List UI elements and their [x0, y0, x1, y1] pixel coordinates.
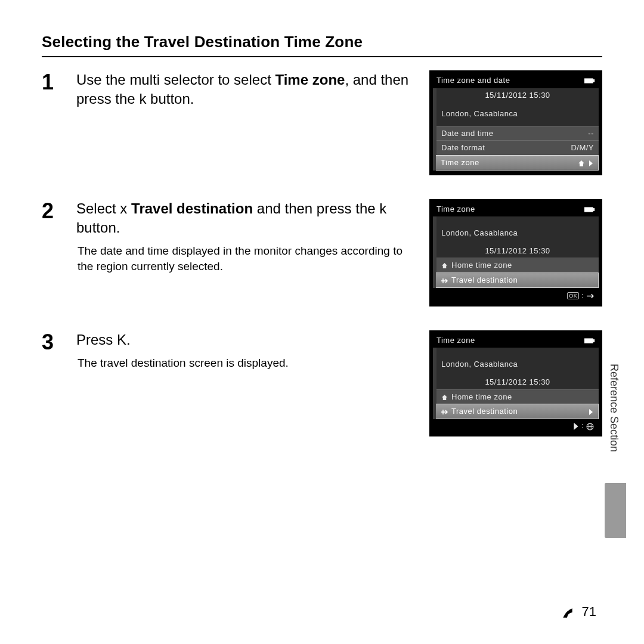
step-1: 1 Use the multi selector to select Time …	[42, 70, 602, 175]
step-3: 3 Press K. The travel destination screen…	[42, 330, 602, 437]
globe-icon	[586, 422, 594, 431]
camera-screen-3: Time zone London, Casablanca 15/11/2012 …	[429, 330, 602, 437]
section-label: Reference Section	[608, 364, 620, 452]
menu-row-travel: Travel destination	[436, 404, 599, 419]
step-number: 3	[42, 330, 66, 353]
chevron-right-icon	[589, 407, 593, 416]
city-row: London, Casablanca	[436, 222, 599, 244]
step-subtext: The travel destination screen is display…	[76, 355, 413, 371]
camera-screen-2: Time zone London, Casablanca 15/11/2012 …	[429, 199, 602, 306]
menu-row-home: Home time zone	[436, 389, 599, 404]
step-text: Select x Travel destination and then pre…	[76, 199, 413, 238]
svg-rect-2	[584, 207, 593, 212]
home-icon	[578, 158, 585, 168]
home-icon	[441, 261, 448, 270]
menu-row-time-zone: Time zone	[436, 155, 599, 171]
svg-rect-4	[584, 338, 593, 343]
ok-icon: OK	[567, 292, 579, 300]
datetime-row: 15/11/2012 15:30	[436, 88, 599, 103]
menu-row-travel: Travel destination	[436, 273, 599, 288]
svg-rect-3	[593, 208, 595, 211]
battery-icon	[584, 336, 595, 345]
step-number: 2	[42, 199, 66, 222]
chevron-right-icon	[573, 422, 579, 431]
chevron-right-icon	[589, 158, 593, 168]
city-row: London, Casablanca	[436, 354, 599, 375]
reference-glyph-icon	[561, 605, 574, 620]
screen-footer: :	[433, 419, 599, 432]
camera-screen-1: Time zone and date 15/11/2012 15:30 Lond…	[429, 70, 602, 175]
city-row: London, Casablanca	[436, 102, 599, 126]
menu-row-date-time: Date and time--	[436, 126, 599, 141]
step-text: Use the multi selector to select Time zo…	[76, 70, 413, 109]
screen-title: Time zone	[436, 205, 475, 214]
screen-footer: OK :	[433, 288, 599, 302]
plane-icon	[441, 275, 448, 285]
step-number: 1	[42, 70, 66, 93]
menu-row-date-format: Date formatD/M/Y	[436, 140, 599, 155]
battery-icon	[584, 205, 595, 214]
page-title: Selecting the Travel Destination Time Zo…	[42, 33, 602, 57]
plane-icon	[586, 291, 594, 301]
menu-row-home: Home time zone	[436, 258, 599, 273]
svg-rect-1	[593, 79, 595, 82]
screen-title: Time zone	[436, 336, 475, 345]
svg-rect-5	[593, 339, 595, 342]
battery-icon	[584, 76, 595, 85]
step-2: 2 Select x Travel destination and then p…	[42, 199, 602, 306]
datetime-row: 15/11/2012 15:30	[436, 244, 599, 258]
screen-title: Time zone and date	[436, 76, 510, 85]
plane-icon	[441, 407, 448, 416]
page-number: 71	[561, 604, 596, 620]
home-icon	[441, 392, 448, 402]
svg-rect-0	[584, 78, 593, 83]
thumb-tab	[605, 483, 626, 538]
datetime-row: 15/11/2012 15:30	[436, 375, 599, 389]
step-text: Press K.	[76, 330, 413, 349]
step-subtext: The date and time displayed in the monit…	[76, 243, 413, 274]
